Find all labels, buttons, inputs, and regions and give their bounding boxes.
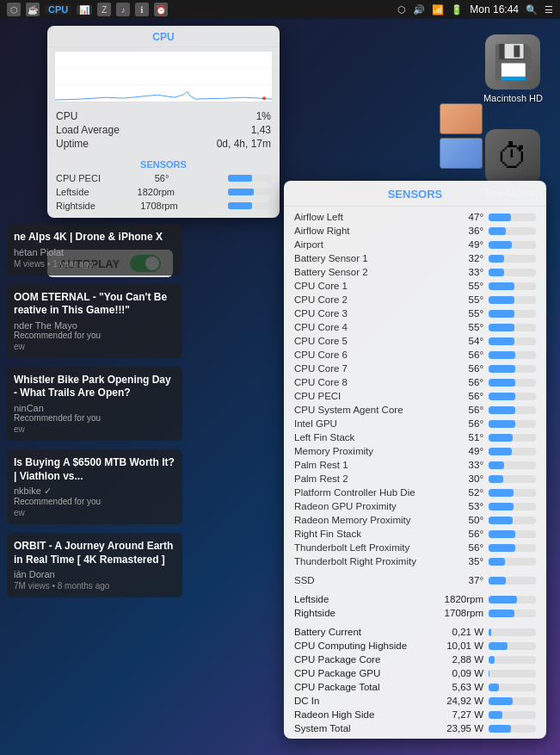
sensors-body[interactable]: Airflow Left 47° Airflow Right 36° Airpo… <box>284 207 546 739</box>
cpu-peci-value: 56° <box>155 173 169 183</box>
cpu-monitor-icon[interactable]: CPU <box>45 4 71 15</box>
wifi-icon[interactable]: 📶 <box>432 4 444 15</box>
cpu-percent-row: CPU 1% <box>56 109 271 123</box>
ssd-row: SSD 37° <box>284 573 546 587</box>
sensor-temp-name: CPU PECI <box>294 391 440 401</box>
sensor-watt-row: CPU Computing Highside 10,01 W <box>284 639 546 653</box>
sensor-temp-row: Airflow Right 36° <box>284 224 546 238</box>
list-item[interactable]: Is Buying A $6500 MTB Worth It? | Viathl… <box>7 449 182 524</box>
sensor-temp-value: 55° <box>440 322 483 332</box>
sensor-temp-bar-fill <box>489 434 513 442</box>
sensor-temp-bar-fill <box>489 337 514 345</box>
sensor-temp-bar-fill <box>489 530 515 538</box>
sensor-temp-name: Platform Controller Hub Die <box>294 487 440 498</box>
sensor-fan-bar-fill <box>489 596 517 603</box>
sensor-watt-bar-fill <box>489 697 513 705</box>
sensor-temp-bar-fill <box>489 544 515 552</box>
sensor-temp-row: Radeon GPU Proximity 53° <box>284 499 546 513</box>
sensor-watt-bar-fill <box>489 628 491 636</box>
cpu-stats: CPU 1% Load Average 1,43 Uptime 0d, 4h, … <box>47 106 280 156</box>
uptime-value: 0d, 4h, 17m <box>217 138 271 150</box>
battery-icon[interactable]: 🔋 <box>451 4 463 15</box>
sensor-temp-row: Left Fin Stack 51° <box>284 430 546 444</box>
sensor-temp-value: 55° <box>440 308 483 319</box>
sensor-temp-bar-fill <box>489 379 515 387</box>
sensor-watt-name: Battery Current <box>294 627 432 637</box>
search-icon[interactable]: 🔍 <box>526 4 538 15</box>
sensor-fan-value: 1708rpm <box>423 608 483 618</box>
sensor-watt-bar <box>489 656 536 664</box>
sensor-temp-row: Memory Proximity 49° <box>284 444 546 458</box>
list-item[interactable]: ORBIT - A Journey Around Earth in Real T… <box>7 533 182 597</box>
sensor-temp-bar <box>489 255 536 263</box>
sensor-watt-bar-fill <box>489 684 499 691</box>
macintosh-hd-icon[interactable]: 💾 Macintosh HD <box>483 34 543 103</box>
sensor-watt-name: CPU Computing Highside <box>294 641 432 651</box>
list-item[interactable]: ne Alps 4K | Drone & iPhone X hétan Piol… <box>7 224 182 275</box>
sensor-temp-value: 56° <box>440 363 483 374</box>
bluetooth-icon[interactable]: ⬡ <box>397 4 406 15</box>
volume-icon[interactable]: 🔊 <box>413 4 425 15</box>
sensor-temp-row: Right Fin Stack 56° <box>284 527 546 541</box>
notification-icon[interactable]: ☰ <box>545 4 553 15</box>
cpu-value: 1% <box>256 110 271 122</box>
sensor-temp-bar-fill <box>489 255 504 263</box>
watt-rows: Battery Current 0,21 W CPU Computing Hig… <box>284 625 546 735</box>
sensor-temp-bar <box>489 461 536 469</box>
sensor-temp-row: CPU Core 3 55° <box>284 306 546 320</box>
ssd-bar-fill <box>489 577 506 585</box>
video-badge: Recommended for you <box>14 413 175 423</box>
sensor-temp-row: Thunderbolt Left Proximity 56° <box>284 541 546 554</box>
sensor-temp-name: CPU Core 4 <box>294 322 440 332</box>
activity-monitor-icon[interactable]: 📊 <box>77 5 92 15</box>
thumbnail-2[interactable] <box>440 138 483 169</box>
thumbnail-1[interactable] <box>440 103 483 134</box>
video-badge: Recommended for you <box>14 331 175 340</box>
list-item[interactable]: Whistler Bike Park Opening Day - What Tr… <box>7 367 182 441</box>
sensor-watt-name: Radeon High Side <box>294 709 432 720</box>
info-icon[interactable]: ℹ <box>135 3 149 16</box>
timemachine-menu-icon[interactable]: ⏰ <box>154 3 168 16</box>
sensor-temp-name: Left Fin Stack <box>294 432 440 442</box>
cpu-widget: CPU CPU 1% Load Average 1,43 Uptime 0d, … <box>47 26 280 218</box>
video-channel: hétan Piolat <box>14 247 175 257</box>
sensor-temp-bar-fill <box>489 365 515 373</box>
sensor-temp-bar-fill <box>489 558 505 566</box>
cpu-graph <box>54 51 273 102</box>
sensor-temp-bar-fill <box>489 241 512 249</box>
franz-icon[interactable]: ☕ <box>26 3 40 16</box>
ssd-label: SSD <box>294 575 440 585</box>
scrobbles-icon[interactable]: ♪ <box>116 3 130 16</box>
sensor-temp-row: Palm Rest 1 33° <box>284 458 546 472</box>
sensor-temp-bar <box>489 448 536 455</box>
load-avg-row: Load Average 1,43 <box>56 123 271 137</box>
video-channel: nkbike ✓ <box>14 486 175 497</box>
cpu-rightside-value: 1708rpm <box>140 201 177 211</box>
sensor-watt-name: System Total <box>294 723 432 733</box>
sensor-temp-value: 49° <box>440 446 483 456</box>
cpu-peci-bar-fill <box>228 175 252 182</box>
desktop-icons: 💾 Macintosh HD ⏱ Time Machine <box>483 34 543 198</box>
sensor-temp-bar-fill <box>489 282 514 290</box>
sensor-temp-bar-fill <box>489 214 511 221</box>
sensor-temp-row: Radeon Memory Proximity 50° <box>284 513 546 527</box>
sensor-temp-name: Battery Sensor 1 <box>294 253 440 263</box>
sensor-temp-name: Memory Proximity <box>294 446 440 456</box>
zulip-icon[interactable]: Z <box>97 3 111 16</box>
sensor-watt-value: 10,01 W <box>432 641 483 651</box>
sensor-temp-name: CPU Core 1 <box>294 281 440 291</box>
sensor-temp-value: 53° <box>440 501 483 511</box>
sensors-panel: SENSORS Airflow Left 47° Airflow Right 3… <box>284 181 546 739</box>
sensor-temp-name: Right Fin Stack <box>294 529 440 539</box>
video-meta: 7M views • 8 months ago <box>14 581 175 591</box>
sensor-temp-value: 54° <box>440 336 483 346</box>
dropbox-icon[interactable]: ⬡ <box>7 3 21 16</box>
sensor-watt-name: CPU Package GPU <box>294 668 432 678</box>
list-item[interactable]: OOM ETERNAL - "You Can't Be reative in T… <box>7 284 182 358</box>
sensor-temp-bar-fill <box>489 420 515 428</box>
sensor-temp-value: 35° <box>440 556 483 566</box>
sensor-temp-bar-fill <box>489 296 514 304</box>
video-channel: ián Doran <box>14 569 175 579</box>
sensor-temp-name: CPU Core 3 <box>294 308 440 319</box>
sensor-temp-value: 33° <box>440 460 483 470</box>
